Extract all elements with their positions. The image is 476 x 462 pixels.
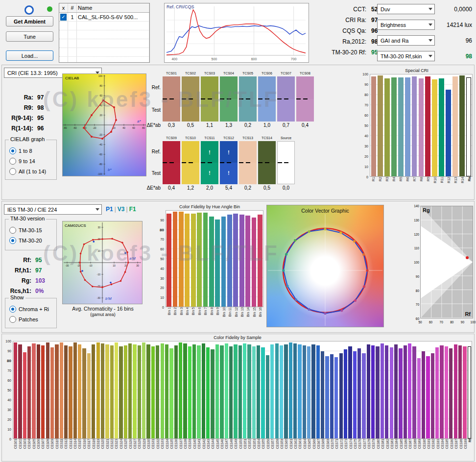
sample-fidelity-bar-ces81	[381, 343, 384, 438]
metric-value: 97	[37, 94, 44, 101]
tcs-swatch: !!	[201, 141, 218, 184]
spectrum-label: Ref. CRI/CQS	[167, 4, 194, 9]
sample-fidelity-bar-ces08	[46, 342, 49, 438]
bar-slot	[229, 341, 233, 438]
spectrum-plot: 400500600700	[165, 3, 309, 62]
radio-all-1-to-14[interactable]: All (1 to 14)	[5, 166, 56, 176]
cam02ucs-chart: -30-30-20-20-10-10101020203030CAM02UCSa'…	[62, 221, 143, 304]
group-title-show: Show	[9, 294, 25, 300]
x-label-slot: CES02	[18, 439, 22, 459]
hue-bins-bar-bin-14	[245, 216, 250, 307]
tcs-name-label: TCS07	[277, 72, 295, 76]
x-label-slot: R1	[370, 177, 377, 190]
x-label-slot: CES47	[224, 439, 229, 459]
bar-slot	[421, 341, 426, 438]
svg-text:-40: -40	[99, 143, 102, 146]
tcs-name-label: TCS13	[239, 136, 257, 141]
brightness-combo[interactable]: Brightness	[377, 20, 435, 30]
x-label-slot: CES39	[188, 439, 192, 459]
svg-text:a*: a*	[137, 119, 141, 123]
sample-fidelity-bar-ces65	[307, 346, 310, 438]
radio-label: TM-30-20	[19, 238, 42, 243]
chevron-down-icon	[428, 39, 432, 42]
x-label-slot: CES79	[371, 439, 376, 459]
bar-slot	[444, 341, 449, 438]
duv-combo[interactable]: Duv	[377, 4, 435, 14]
sample-fidelity-bar-ces91	[426, 356, 429, 438]
tcs-ref-patch	[182, 76, 199, 99]
rf-axis-label: Rf	[465, 311, 471, 317]
special-cri-bar-r10	[432, 79, 437, 176]
radio-1-to-8[interactable]: 1 to 8	[5, 146, 56, 156]
bar-slot	[412, 341, 416, 438]
tcs-ref-patch	[163, 76, 180, 99]
tcs-tcs04: TCS041,3	[220, 72, 238, 129]
rg-axis-label: Rg	[423, 207, 430, 213]
table-row[interactable]: ✓1CAL_SL-F50-S-6V 500...	[59, 13, 149, 22]
bar-slot	[251, 211, 257, 307]
x-label-slot: CES76	[357, 439, 362, 459]
bar-slot	[330, 341, 334, 438]
sample-fidelity-bar-ces83	[390, 347, 393, 438]
sample-fidelity-bar-ces52	[247, 344, 251, 438]
tm-30-20-rf-skin-combo-value: TM-30-20 Rf,skin	[381, 53, 422, 59]
combo-row-duv: Duv0,0000	[377, 4, 473, 14]
tcs-tcs13: TCS130,2	[239, 136, 257, 192]
get-ambient-button[interactable]: Get Ambient	[6, 16, 53, 26]
sample-fidelity-bar-ces34	[165, 344, 168, 438]
tune-button[interactable]: Tune	[6, 31, 53, 42]
y-axis: 9080706050403020100	[156, 210, 166, 307]
empty-cell	[59, 22, 68, 30]
tcs-name-label: TCS02	[182, 72, 199, 76]
table-header: x#Name	[59, 3, 149, 13]
hue-bins-bar-bin-7	[203, 213, 208, 307]
tcs-test-patch	[277, 99, 295, 122]
empty-cell	[59, 57, 68, 63]
radio-label: Chroma + Ri	[19, 306, 49, 312]
x-label-slot: CES13	[69, 439, 73, 459]
radio-9-to-14[interactable]: 9 to 14	[5, 156, 56, 166]
gai-and-ra-combo[interactable]: GAI and Ra	[377, 35, 435, 46]
x-label-slot: CES35	[169, 439, 174, 459]
radio-patches[interactable]: Patches	[5, 314, 56, 324]
sample-fidelity-bar-ces39	[188, 346, 191, 438]
bar-slot	[284, 341, 288, 438]
x-label-slot: CES53	[252, 439, 257, 459]
radio-chroma-ri[interactable]: Chroma + Ri	[5, 304, 56, 314]
measurement-table[interactable]: x#Name✓1CAL_SL-F50-S-6V 500...	[59, 3, 150, 63]
sample-fidelity-bar-ces72	[339, 353, 343, 438]
color-vector-graphic: Color Vector Graphic	[266, 205, 384, 327]
x-label-slot: CES12	[64, 439, 68, 459]
radio-tm-30-15[interactable]: TM-30-15	[5, 225, 56, 235]
link-v3[interactable]: V3	[118, 206, 125, 213]
bar-slot	[91, 341, 95, 438]
radio-icon	[9, 237, 16, 244]
hue-bins-bar-bin-1	[167, 214, 171, 307]
tm-30-20-rf-skin-combo[interactable]: TM-30-20 Rf,skin	[377, 51, 435, 61]
bar-slot	[247, 341, 251, 438]
tcs-swatch	[163, 76, 180, 122]
tm30-standard-combo[interactable]: IES TM-30 / CIE 224	[4, 204, 102, 215]
sample-fidelity-bar-ces97	[454, 344, 457, 438]
bar-slot	[142, 341, 146, 438]
bar-slot	[210, 341, 214, 438]
bar-slot	[178, 341, 183, 438]
x-label-slot: CES04	[27, 439, 31, 459]
bar-slot	[95, 341, 100, 438]
link-p1[interactable]: P1	[106, 206, 113, 213]
bar-slot	[404, 74, 411, 176]
test-row-label: Test	[145, 107, 161, 113]
bar-slot	[302, 341, 307, 438]
metric-selectors: Duv0,0000Brightness14214 luxGAI and Ra96…	[377, 4, 473, 67]
svg-text:600: 600	[251, 57, 257, 61]
radio-tm-30-20[interactable]: TM-30-20	[5, 235, 56, 245]
sample-fidelity-bar-ces27	[133, 344, 136, 438]
metric-rf: Rf:95	[5, 255, 59, 265]
row-checkbox[interactable]: ✓	[60, 14, 67, 21]
load-button[interactable]: Load...	[6, 50, 53, 61]
row-check-cell[interactable]: ✓	[59, 13, 68, 21]
bar-slot	[411, 74, 418, 176]
delta-e-value: 0,3	[163, 122, 180, 129]
link-f1[interactable]: F1	[129, 206, 136, 213]
empty-cell	[68, 48, 77, 56]
